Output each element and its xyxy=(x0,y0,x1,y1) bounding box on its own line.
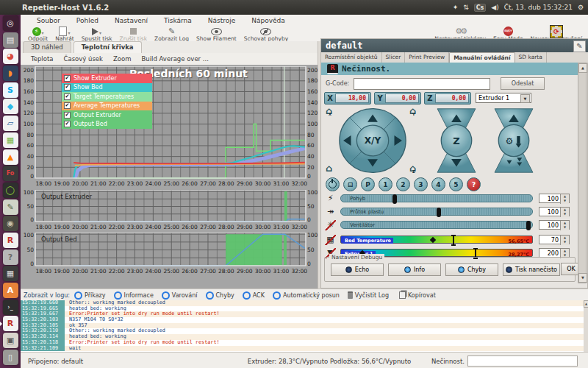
fan-slider[interactable]: Ventilátor xyxy=(340,221,533,229)
copy-button[interactable]: Kopírovat xyxy=(399,291,436,299)
keyboard-layout-indicator[interactable]: Cs xyxy=(474,4,487,12)
chart-menu-casovy-usek[interactable]: Časový úsek xyxy=(63,55,103,63)
launcher-terminal-icon[interactable]: ›_ xyxy=(3,300,18,315)
launcher-dash-icon[interactable]: ◎ xyxy=(3,15,18,31)
edit-printer-icon[interactable]: ✎ xyxy=(573,40,586,52)
launcher-writer-icon[interactable]: ▱ xyxy=(3,116,18,131)
launcher-firefox-icon[interactable]: ◗ xyxy=(3,66,18,81)
launcher-help-icon[interactable]: ? xyxy=(3,250,18,265)
filter-autoscroll[interactable]: Automatický posun xyxy=(273,291,340,300)
temp-cursor[interactable] xyxy=(453,235,454,246)
menu-nastaveni[interactable]: Nastavení xyxy=(115,17,148,24)
echo-toggle[interactable]: Echo xyxy=(331,263,384,276)
legend-item[interactable]: ✔Show Bed xyxy=(62,83,152,93)
checkbox-icon[interactable]: ✔ xyxy=(64,112,71,118)
spinner-arrows-icon[interactable]: ▲▼ xyxy=(560,236,569,245)
menu-pohled[interactable]: Pohled xyxy=(76,17,98,24)
help-button[interactable]: ? xyxy=(467,177,481,191)
dry-run-toggle[interactable]: Tisk nanečisto xyxy=(503,263,560,276)
updates-icon[interactable]: ⇅ xyxy=(463,4,469,11)
session-menu-icon[interactable]: ⚙ xyxy=(578,4,584,11)
home-all-button[interactable]: ⌂ xyxy=(326,164,332,173)
launcher-files-icon[interactable]: ▤ xyxy=(3,32,18,48)
xy-jog-pad[interactable]: X/Y xyxy=(337,107,408,174)
show-filament-button[interactable]: Show Filament xyxy=(196,27,237,42)
launcher-design-icon[interactable]: ✎ xyxy=(3,199,18,215)
filter-chyby[interactable]: Chyby xyxy=(206,291,234,300)
tab-manualni-ovladani[interactable]: Manuální ovládání xyxy=(449,52,514,63)
launcher-camera-icon[interactable]: ◉ xyxy=(3,216,18,231)
clear-log-button[interactable]: Vyčistit Log xyxy=(348,291,389,299)
spinner-arrows-icon[interactable]: ▲▼ xyxy=(560,221,569,230)
extruder-jog-pad[interactable]: ⚙ xyxy=(490,107,537,174)
launcher-vlc-icon[interactable]: ▲ xyxy=(3,149,18,165)
park-button[interactable]: P xyxy=(361,177,375,191)
checkbox-icon[interactable]: ✔ xyxy=(64,84,71,91)
scroll-up-icon[interactable]: ▲ xyxy=(578,63,587,73)
errors-toggle[interactable]: Chyby xyxy=(445,263,498,276)
load-button[interactable]: ▾ Nahrát xyxy=(55,27,74,42)
legend-item[interactable]: ✔Show Extruder xyxy=(62,74,152,83)
checkbox-icon[interactable]: ✔ xyxy=(64,93,71,100)
disconnect-button[interactable]: ⚡▾ Odpojit xyxy=(28,27,48,42)
start-print-button[interactable]: ▾ Spustit tisk xyxy=(82,27,112,42)
send-button[interactable]: Odeslat xyxy=(501,77,545,90)
home-x-button[interactable]: ⌂X xyxy=(326,107,332,116)
home-z-button[interactable]: ⌂Z xyxy=(409,164,416,173)
tab-3d-nahled[interactable]: 3D náhled xyxy=(23,41,71,53)
extruder-select[interactable]: Extruder 1 ▼ xyxy=(476,93,531,103)
bed-temp-spinner[interactable]: 70▲▼ xyxy=(539,235,570,244)
launcher-skype-icon[interactable]: S xyxy=(3,82,18,98)
launcher-r-stats-icon[interactable]: R xyxy=(3,233,18,248)
launcher-repetier-host-icon[interactable]: R xyxy=(3,316,18,331)
log-scrollbar[interactable]: ▲ xyxy=(584,300,588,352)
launcher-chrome-icon[interactable]: ◕ xyxy=(3,49,18,64)
checkbox-icon[interactable]: ✔ xyxy=(64,75,71,82)
preset-1-button[interactable]: 1 xyxy=(379,177,392,191)
launcher-calc-icon[interactable]: ▦ xyxy=(3,132,18,148)
filter-ack[interactable]: ACK xyxy=(243,291,265,300)
volume-icon[interactable]: ◀) xyxy=(491,4,498,11)
z-jog-pad[interactable]: Z xyxy=(433,107,480,174)
tab-slicer[interactable]: Slicer xyxy=(382,52,406,63)
launcher-printer-icon[interactable]: ▣ xyxy=(3,333,18,348)
legend-item[interactable]: ✔Output Bed xyxy=(62,120,152,130)
checkbox-icon[interactable]: ✔ xyxy=(64,121,71,127)
tab-print-preview[interactable]: Print Preview xyxy=(405,52,449,63)
chart-menu-build-average[interactable]: Build Average over ... xyxy=(142,55,209,63)
menu-nastroje[interactable]: Nástroje xyxy=(208,17,236,24)
preset-5-button[interactable]: 5 xyxy=(449,177,463,191)
menu-tiskarna[interactable]: Tiskárna xyxy=(164,17,192,24)
panel-scrollbar[interactable]: ▲ ▼ xyxy=(578,63,587,283)
chart-menu-teplota[interactable]: Teplota xyxy=(31,55,53,63)
tab-rozmisteni-objektu[interactable]: Rozmístění objektů xyxy=(321,52,382,63)
bed-temp-slider[interactable]: Bed Temperature 56,65°C xyxy=(340,236,533,244)
fan-spinner[interactable]: 100▲▼ xyxy=(539,220,570,230)
slider-thumb[interactable] xyxy=(437,208,441,217)
home-y-button[interactable]: ⌂Y xyxy=(409,107,416,116)
launcher-calculator-icon[interactable]: ▦ xyxy=(3,266,18,281)
gcode-input[interactable] xyxy=(354,78,490,90)
chart-menu-zoom[interactable]: Zoom xyxy=(113,55,132,63)
status-input[interactable] xyxy=(467,355,578,367)
hide-travel-button[interactable]: Schovat pohyby xyxy=(244,27,288,42)
launcher-green-ring-icon[interactable]: ◯ xyxy=(3,183,18,198)
spinner-arrows-icon[interactable]: ▲▼ xyxy=(560,194,569,204)
launcher-trash-icon[interactable]: ▯ xyxy=(3,350,18,365)
preset-2-button[interactable]: 2 xyxy=(396,177,410,191)
menu-napoveda[interactable]: Nápověda xyxy=(251,17,285,24)
launcher-fontforge-icon[interactable]: Fo xyxy=(3,166,18,181)
spinner-arrows-icon[interactable]: ▲▼ xyxy=(560,208,569,217)
slider-thumb[interactable] xyxy=(526,221,531,230)
log-output[interactable]: 15:32:19.660Other:: working marked decou… xyxy=(21,300,584,352)
feedrate-slider[interactable]: Pohyb xyxy=(340,194,533,202)
scroll-down-icon[interactable]: ▼ xyxy=(578,273,587,283)
tab-sd-karta[interactable]: SD karta xyxy=(515,52,547,63)
flowrate-spinner[interactable]: 100▲▼ xyxy=(539,207,570,216)
network-icon[interactable]: ✦ xyxy=(453,4,459,11)
slider-thumb[interactable] xyxy=(392,194,397,204)
legend-item[interactable]: ✔Average Temperatures xyxy=(62,102,152,111)
checkbox-icon[interactable]: ✔ xyxy=(64,102,71,109)
launcher-kodi-icon[interactable]: ◆ xyxy=(3,99,18,114)
flowrate-slider[interactable]: Průtok plastu xyxy=(340,208,533,216)
